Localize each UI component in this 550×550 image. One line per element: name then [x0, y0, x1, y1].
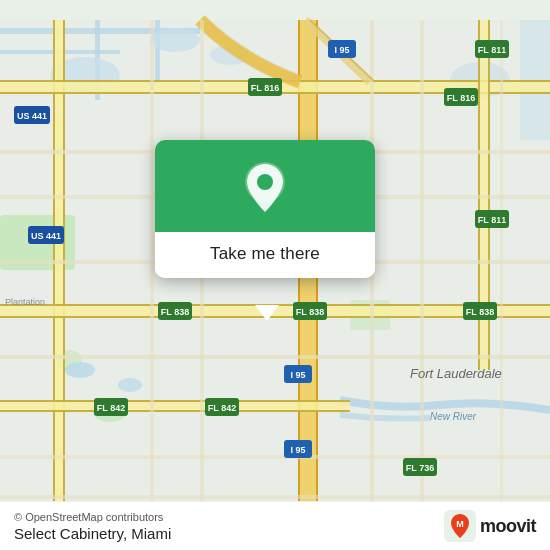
moovit-text: moovit	[480, 516, 536, 537]
location-pin-icon	[239, 162, 291, 214]
svg-text:Fort Lauderdale: Fort Lauderdale	[410, 366, 502, 381]
svg-text:US 441: US 441	[17, 111, 47, 121]
svg-rect-30	[0, 410, 350, 412]
svg-text:Plantation: Plantation	[5, 297, 45, 307]
svg-text:FL 842: FL 842	[97, 403, 125, 413]
bottom-left: © OpenStreetMap contributors Select Cabi…	[14, 511, 171, 542]
place-name: Select Cabinetry, Miami	[14, 525, 171, 542]
popup-tail	[255, 305, 279, 321]
svg-rect-43	[420, 20, 424, 530]
moovit-icon: M	[444, 510, 476, 542]
svg-rect-21	[63, 20, 65, 530]
svg-rect-28	[0, 402, 350, 410]
svg-rect-38	[0, 455, 550, 459]
svg-text:FL 816: FL 816	[447, 93, 475, 103]
svg-text:I 95: I 95	[290, 445, 305, 455]
svg-rect-40	[150, 20, 154, 530]
svg-text:M: M	[456, 519, 464, 529]
svg-text:FL 838: FL 838	[466, 307, 494, 317]
svg-point-13	[118, 378, 142, 392]
svg-point-79	[257, 174, 273, 190]
svg-text:US 441: US 441	[31, 231, 61, 241]
svg-rect-37	[0, 355, 550, 359]
svg-text:I 95: I 95	[290, 370, 305, 380]
take-me-there-button[interactable]: Take me there	[210, 244, 320, 264]
attribution-text: © OpenStreetMap contributors	[14, 511, 171, 523]
svg-text:New River: New River	[430, 411, 477, 422]
svg-text:FL 736: FL 736	[406, 463, 434, 473]
svg-text:FL 838: FL 838	[161, 307, 189, 317]
svg-text:FL 842: FL 842	[208, 403, 236, 413]
svg-text:FL 811: FL 811	[478, 215, 506, 225]
svg-point-6	[150, 28, 200, 52]
svg-rect-29	[0, 400, 350, 402]
svg-text:I 95: I 95	[334, 45, 349, 55]
popup-card: Take me there	[155, 140, 375, 278]
bottom-bar: © OpenStreetMap contributors Select Cabi…	[0, 501, 550, 550]
svg-text:FL 816: FL 816	[251, 83, 279, 93]
svg-text:FL 838: FL 838	[296, 307, 324, 317]
moovit-logo: M moovit	[444, 510, 536, 542]
svg-rect-39	[0, 495, 550, 499]
svg-text:FL 811: FL 811	[478, 45, 506, 55]
svg-rect-20	[53, 20, 55, 530]
svg-rect-19	[55, 20, 63, 530]
popup-button-section[interactable]: Take me there	[155, 232, 375, 278]
popup-green-section	[155, 140, 375, 232]
svg-point-12	[65, 362, 95, 378]
svg-rect-4	[155, 20, 160, 80]
map-container: I 95 I 95 I 95 FL 811 FL 811 FL 816 FL 8…	[0, 0, 550, 550]
svg-rect-44	[500, 20, 503, 530]
